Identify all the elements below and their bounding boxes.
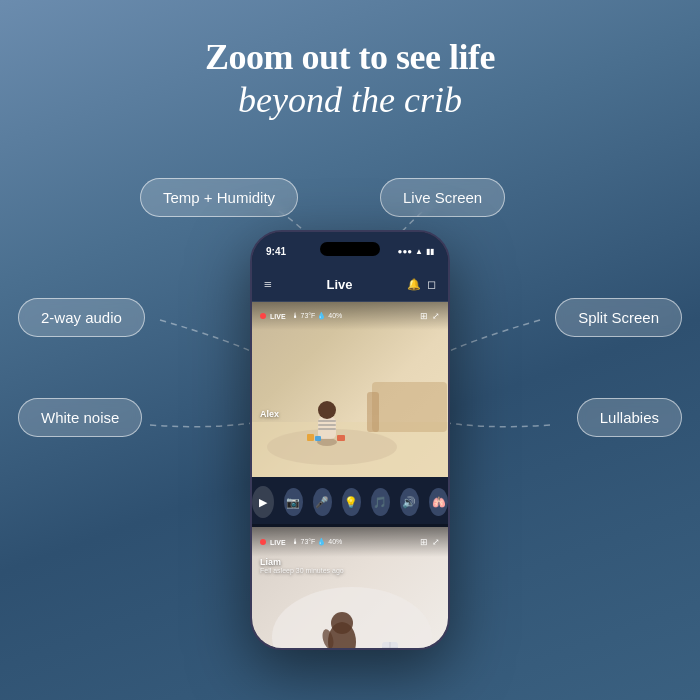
feed1-camera-name: Alex [260, 409, 279, 419]
pill-2way-audio: 2-way audio [18, 298, 145, 337]
mic-button[interactable]: 🎤 [313, 488, 332, 516]
nav-bar: ≡ Live 🔔 ◻ [252, 268, 448, 302]
phone-content: LIVE 🌡 73°F 💧 40% ⊞ ⤢ Alex ▶ 📷 🎤 💡 🎵 🔊 🫁 [252, 302, 448, 648]
dynamic-island [320, 242, 380, 256]
feed2-live-label: LIVE [270, 539, 286, 546]
pill-split-screen: Split Screen [555, 298, 682, 337]
light-button[interactable]: 💡 [342, 488, 361, 516]
feed2-temp: 🌡 73°F 💧 40% [292, 538, 343, 546]
feed2-camera-name: Liam [260, 557, 344, 567]
volume-button[interactable]: 🔊 [400, 488, 419, 516]
svg-rect-12 [337, 435, 345, 441]
feed1-expand-icon[interactable]: ⤢ [432, 311, 440, 321]
svg-point-19 [331, 612, 353, 634]
live-dot-2 [260, 539, 266, 545]
feed2-subtitle: Fell asleep 30 minutes ago [260, 567, 344, 574]
status-time: 9:41 [266, 244, 286, 257]
svg-rect-2 [367, 392, 379, 432]
square-icon[interactable]: ◻ [427, 278, 436, 291]
phone-mockup: 9:41 ●●● ▲ ▮▮ ≡ Live 🔔 ◻ [250, 230, 450, 650]
camera-button[interactable]: 📷 [284, 488, 303, 516]
svg-point-9 [318, 401, 336, 419]
bell-icon[interactable]: 🔔 [407, 278, 421, 291]
lungs-button[interactable]: 🫁 [429, 488, 448, 516]
feed1-temp: 🌡 73°F 💧 40% [292, 312, 343, 320]
nav-menu-icon[interactable]: ≡ [264, 277, 272, 293]
svg-rect-7 [318, 424, 336, 426]
live-dot-1 [260, 313, 266, 319]
svg-rect-10 [307, 434, 314, 441]
control-bar: ▶ 📷 🎤 💡 🎵 🔊 🫁 [252, 477, 448, 527]
headline-block: Zoom out to see life beyond the crib [0, 0, 700, 121]
nav-title: Live [326, 277, 352, 292]
feed2-action-icons: ⊞ ⤢ [420, 537, 440, 547]
phone-body: 9:41 ●●● ▲ ▮▮ ≡ Live 🔔 ◻ [250, 230, 450, 650]
signal-icon: ●●● [398, 247, 413, 256]
pill-white-noise: White noise [18, 398, 142, 437]
svg-rect-6 [318, 420, 336, 422]
camera-feed-2: LIVE 🌡 73°F 💧 40% ⊞ ⤢ Liam Fell asleep 3… [252, 527, 448, 648]
headline-line2: beyond the crib [0, 79, 700, 121]
feed1-overlay: LIVE 🌡 73°F 💧 40% ⊞ ⤢ [252, 302, 448, 330]
feed1-live-label: LIVE [270, 313, 286, 320]
headline-line1: Zoom out to see life [0, 36, 700, 79]
svg-rect-11 [315, 436, 321, 441]
feed1-action-icons: ⊞ ⤢ [420, 311, 440, 321]
battery-icon: ▮▮ [426, 247, 434, 256]
pill-lullabies: Lullabies [577, 398, 682, 437]
feed2-grid-icon[interactable]: ⊞ [420, 537, 428, 547]
status-icons: ●●● ▲ ▮▮ [398, 245, 434, 256]
wifi-icon: ▲ [415, 247, 423, 256]
feed2-header: LIVE 🌡 73°F 💧 40% ⊞ ⤢ [252, 527, 448, 557]
feed1-grid-icon[interactable]: ⊞ [420, 311, 428, 321]
music-button[interactable]: 🎵 [371, 488, 390, 516]
svg-rect-8 [318, 428, 336, 430]
nav-action-icons: 🔔 ◻ [407, 278, 436, 291]
pill-live-screen: Live Screen [380, 178, 505, 217]
play-pause-button[interactable]: ▶ [252, 486, 274, 518]
pill-temp-humidity: Temp + Humidity [140, 178, 298, 217]
feed2-info: Liam Fell asleep 30 minutes ago [260, 557, 344, 574]
camera-feed-1: LIVE 🌡 73°F 💧 40% ⊞ ⤢ Alex [252, 302, 448, 477]
feed2-expand-icon[interactable]: ⤢ [432, 537, 440, 547]
svg-rect-1 [372, 382, 447, 432]
